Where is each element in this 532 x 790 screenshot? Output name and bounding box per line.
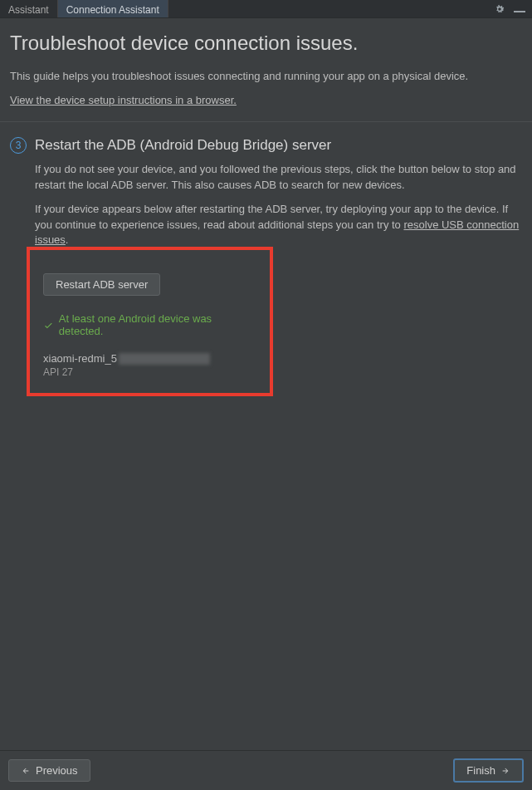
content-area: Troubleshoot device connection issues. T… <box>0 18 532 750</box>
arrow-right-icon <box>500 767 510 775</box>
gear-icon[interactable] <box>494 3 505 15</box>
arrow-left-icon <box>21 767 31 775</box>
previous-button[interactable]: Previous <box>8 759 90 782</box>
tab-assistant[interactable]: Assistant <box>0 0 58 17</box>
step-header: 3 Restart the ADB (Android Debug Bridge)… <box>10 137 522 154</box>
device-block: xiaomi-redmi_5 API 27 <box>43 352 256 378</box>
status-success-text: At least one Android device was detected… <box>59 312 256 337</box>
highlight-box: Restart ADB server At least one Android … <box>27 247 273 396</box>
device-api-level: API 27 <box>43 366 256 378</box>
step-paragraph-2: If your device appears below after resta… <box>35 202 522 249</box>
setup-instructions-link[interactable]: View the device setup instructions in a … <box>10 94 522 106</box>
status-success: At least one Android device was detected… <box>43 312 256 337</box>
step-body: If you do not see your device, and you f… <box>35 162 522 257</box>
step-title: Restart the ADB (Android Debug Bridge) s… <box>35 137 331 154</box>
previous-label: Previous <box>36 764 78 777</box>
restart-adb-button[interactable]: Restart ADB server <box>43 273 160 296</box>
step-paragraph-1: If you do not see your device, and you f… <box>35 162 522 194</box>
tab-bar: Assistant Connection Assistant <box>0 0 532 18</box>
device-name-line: xiaomi-redmi_5 <box>43 352 256 365</box>
step-number-badge: 3 <box>10 137 27 154</box>
redacted-device-id <box>119 353 210 365</box>
minimize-icon[interactable] <box>514 3 525 15</box>
footer-bar: Previous Finish <box>0 750 532 790</box>
intro-text: This guide helps you troubleshoot issues… <box>10 70 522 82</box>
tab-connection-assistant[interactable]: Connection Assistant <box>58 0 168 17</box>
check-icon <box>43 320 54 331</box>
finish-label: Finish <box>466 764 495 777</box>
page-title: Troubleshoot device connection issues. <box>10 32 522 55</box>
section-divider <box>0 121 532 122</box>
device-name: xiaomi-redmi_5 <box>43 352 117 365</box>
finish-button[interactable]: Finish <box>453 758 524 783</box>
